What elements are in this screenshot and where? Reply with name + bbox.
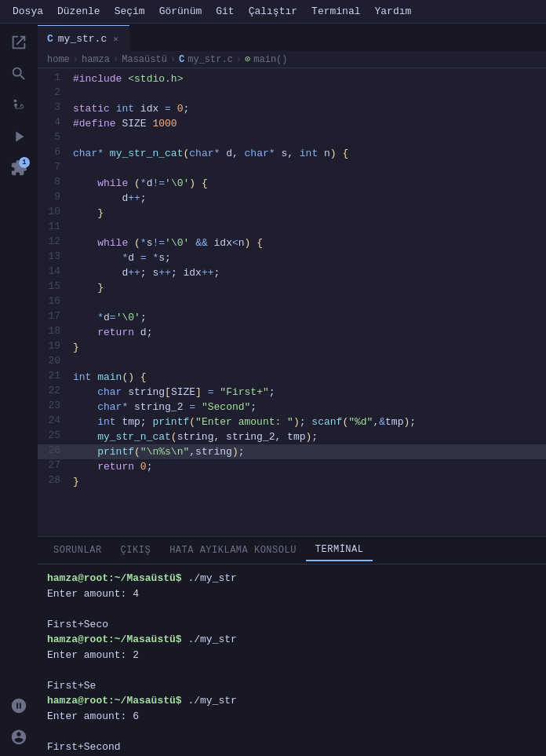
line-content-3: static int idx = 0;: [73, 101, 546, 116]
code-line-22: 22 char string[SIZE] = "First+";: [38, 385, 546, 400]
breadcrumb-home[interactable]: home: [47, 54, 70, 65]
breadcrumb-c-label: C: [179, 54, 184, 65]
activity-explorer[interactable]: [5, 28, 33, 57]
terminal-text-3c: First+Second: [47, 741, 121, 753]
menu-dosya[interactable]: Dosya: [6, 2, 49, 20]
line-content-9: d++;: [73, 191, 546, 206]
line-content-27: return 0;: [73, 459, 546, 474]
terminal-tabs: SORUNLAR ÇIKIŞ HATA AYIKLAMA KONSOLU TER…: [38, 537, 546, 564]
terminal-output-1b: [47, 601, 537, 617]
line-content-18: return d;: [73, 325, 546, 340]
menu-duzenle[interactable]: Düzenle: [51, 2, 107, 20]
code-line-14: 14 d++; s++; idx++;: [38, 265, 546, 280]
line-content-7: [73, 161, 546, 176]
menu-yardim[interactable]: Yardım: [369, 2, 418, 20]
line-num-19: 19: [38, 340, 73, 352]
tab-cikis[interactable]: ÇIKIŞ: [111, 540, 161, 561]
tab-close-button[interactable]: ✕: [111, 33, 120, 45]
line-num-18: 18: [38, 325, 73, 337]
line-content-12: while (*s!='\0' && idx<n) {: [73, 236, 546, 250]
line-num-14: 14: [38, 265, 73, 277]
tab-terminal[interactable]: TERMİNAL: [306, 539, 373, 561]
line-num-25: 25: [38, 429, 73, 441]
terminal-prompt-3: hamza@root:~/Masaüstü$: [47, 695, 182, 707]
tab-hata-ayiklama[interactable]: HATA AYIKLAMA KONSOLU: [160, 540, 306, 561]
activity-search[interactable]: [5, 60, 33, 88]
line-content-16: [73, 295, 546, 310]
tab-bar: C my_str.c ✕: [38, 24, 546, 51]
terminal-line-3: hamza@root:~/Masaüstü$ ./my_str: [47, 693, 537, 709]
activity-extensions[interactable]: 1: [5, 154, 33, 182]
code-line-17: 17 *d='\0';: [38, 310, 546, 325]
code-line-7: 7: [38, 161, 546, 176]
line-num-6: 6: [38, 146, 73, 158]
tab-c-icon: C: [47, 33, 53, 45]
menu-gorunum[interactable]: Görünüm: [153, 2, 209, 20]
terminal-prompt-1: hamza@root:~/Masaüstü$: [47, 572, 182, 584]
menu-calistir[interactable]: Çalıştır: [242, 2, 304, 20]
line-num-8: 8: [38, 176, 73, 188]
line-content-2: [73, 86, 546, 101]
terminal-output-2b: [47, 663, 537, 678]
line-num-12: 12: [38, 236, 73, 247]
code-line-21: 21 int main() {: [38, 370, 546, 385]
code-line-16: 16: [38, 295, 546, 310]
line-num-17: 17: [38, 310, 73, 322]
code-line-20: 20: [38, 355, 546, 370]
terminal-output-2a: Enter amount: 2: [47, 648, 537, 663]
code-line-4: 4 #define SIZE 1000: [38, 116, 546, 131]
line-num-13: 13: [38, 250, 73, 262]
code-line-12: 12 while (*s!='\0' && idx<n) {: [38, 236, 546, 250]
breadcrumb-main[interactable]: main(): [253, 54, 287, 65]
terminal-section: SORUNLAR ÇIKIŞ HATA AYIKLAMA KONSOLU TER…: [38, 536, 546, 756]
breadcrumb-hamza[interactable]: hamza: [82, 54, 110, 65]
terminal-output-1a: Enter amount: 4: [47, 586, 537, 602]
activity-run[interactable]: [5, 122, 33, 151]
code-line-23: 23 char* string_2 = "Second";: [38, 400, 546, 415]
breadcrumb: home › hamza › Masaüstü › C my_str.c › ⊙…: [38, 51, 546, 68]
breadcrumb-function[interactable]: ⊙: [245, 53, 250, 65]
terminal-output-3a: Enter amount: 6: [47, 709, 537, 725]
code-line-9: 9 d++;: [38, 191, 546, 206]
line-content-15: }: [73, 280, 546, 295]
terminal-text-3a: Enter amount: 6: [47, 710, 139, 722]
terminal-line-2: hamza@root:~/Masaüstü$ ./my_str: [47, 632, 537, 648]
code-line-26: 26 printf("\n%s\n",string);: [38, 444, 546, 459]
menu-terminal[interactable]: Terminal: [305, 2, 366, 20]
code-line-11: 11: [38, 221, 546, 236]
terminal-line-1: hamza@root:~/Masaüstü$ ./my_str: [47, 571, 537, 586]
activity-account[interactable]: [5, 723, 33, 751]
breadcrumb-filename[interactable]: my_str.c: [187, 54, 233, 65]
menu-secim[interactable]: Seçim: [108, 2, 151, 20]
tab-my-str-c[interactable]: C my_str.c ✕: [38, 25, 129, 51]
breadcrumb-masaustu[interactable]: Masaüstü: [122, 54, 167, 65]
terminal-content[interactable]: hamza@root:~/Masaüstü$ ./my_str Enter am…: [38, 564, 546, 756]
line-content-21: int main() {: [73, 370, 546, 385]
line-content-25: my_str_n_cat(string, string_2, tmp);: [73, 429, 546, 444]
terminal-cmd-1: ./my_str: [182, 572, 237, 584]
code-line-10: 10 }: [38, 206, 546, 221]
code-line-13: 13 *d = *s;: [38, 250, 546, 265]
terminal-cmd-3: ./my_str: [182, 695, 237, 707]
line-num-24: 24: [38, 415, 73, 426]
line-num-4: 4: [38, 116, 73, 128]
tab-sorunlar[interactable]: SORUNLAR: [44, 540, 111, 561]
code-line-28: 28 }: [38, 474, 546, 489]
main-layout: 1 C my_str.c ✕ home › hamza: [0, 24, 546, 756]
menu-git[interactable]: Git: [209, 2, 240, 20]
line-content-23: char* string_2 = "Second";: [73, 400, 546, 415]
line-content-28: }: [73, 474, 546, 489]
line-content-11: [73, 221, 546, 236]
code-editor[interactable]: 1 #include <stdio.h> 2 3 static int idx …: [38, 68, 546, 536]
code-line-1: 1 #include <stdio.h>: [38, 71, 546, 86]
editor-area: C my_str.c ✕ home › hamza › Masaüstü › C…: [38, 24, 546, 756]
line-num-21: 21: [38, 370, 73, 382]
line-num-10: 10: [38, 206, 73, 217]
code-line-5: 5: [38, 131, 546, 146]
line-num-27: 27: [38, 459, 73, 471]
activity-source-control[interactable]: [5, 91, 33, 119]
code-line-19: 19 }: [38, 340, 546, 355]
activity-remote[interactable]: [5, 692, 33, 720]
terminal-text-2a: Enter amount: 2: [47, 649, 139, 661]
code-line-3: 3 static int idx = 0;: [38, 101, 546, 116]
